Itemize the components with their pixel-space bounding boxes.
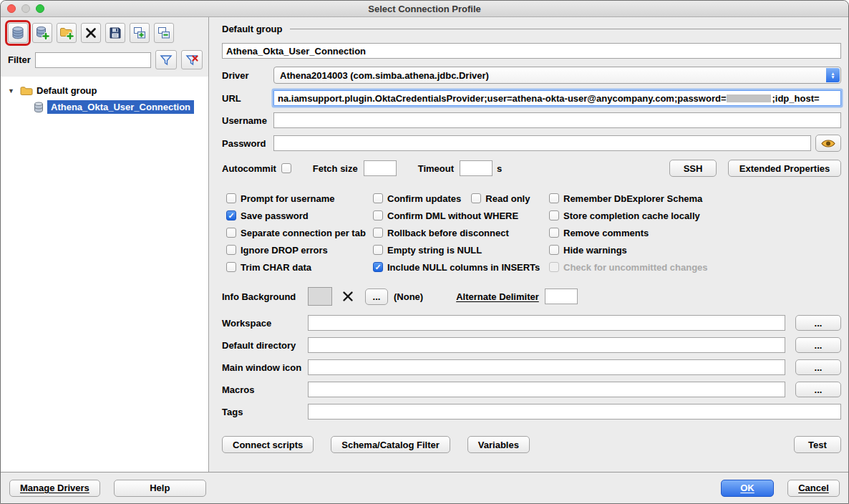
checkbox-label: Store completion cache locally	[563, 210, 700, 221]
collapse-tree-button[interactable]	[154, 23, 174, 43]
driver-row: Driver Athena2014003 (com.simba.athena.j…	[222, 67, 841, 84]
extended-properties-button[interactable]: Extended Properties	[728, 160, 841, 177]
tags-input[interactable]	[308, 404, 841, 420]
checkbox-ignore-drop-errors[interactable]: Ignore DROP errors	[226, 241, 373, 258]
checkbox-store-completion-cache-locally[interactable]: Store completion cache locally	[549, 207, 841, 224]
options-grid: Prompt for username Save password Separa…	[222, 190, 841, 276]
workspace-label: Workspace	[222, 318, 308, 329]
checkbox-prompt-for-username[interactable]: Prompt for username	[226, 190, 373, 207]
browse-macros-button[interactable]: ...	[795, 382, 841, 397]
password-input[interactable]	[273, 135, 811, 151]
new-group-button[interactable]	[57, 23, 77, 43]
checkbox-include-null-columns-in-inserts[interactable]: Include NULL columns in INSERTs	[373, 258, 549, 276]
connect-scripts-button[interactable]: Connect scripts	[222, 436, 314, 453]
copy-profile-database-icon	[35, 26, 49, 40]
ssh-button[interactable]: SSH	[669, 160, 717, 177]
filter-input[interactable]	[35, 52, 151, 68]
cancel-button[interactable]: Cancel	[787, 480, 840, 497]
minimize-window-button[interactable]	[21, 4, 30, 13]
options-column-3: Remember DbExplorer Schema Store complet…	[549, 190, 841, 276]
checkbox-trim-char-data[interactable]: Trim CHAR data	[226, 258, 373, 276]
test-button[interactable]: Test	[794, 436, 841, 453]
profile-toolbar	[1, 17, 208, 47]
clear-info-background-button[interactable]	[336, 287, 359, 306]
tree-item-connection[interactable]: Athena_Okta_User_Connection	[1, 99, 208, 115]
checkbox-check-for-uncommitted-changes: Check for uncommitted changes	[549, 258, 841, 276]
main-window-icon-input[interactable]	[308, 359, 785, 375]
disclosure-triangle-icon[interactable]: ▼	[8, 87, 16, 94]
browse-default-directory-button[interactable]: ...	[795, 337, 841, 353]
zoom-window-button[interactable]	[36, 4, 44, 13]
checkbox-box	[373, 193, 383, 203]
expand-tree-button[interactable]	[130, 23, 150, 43]
checkbox-rollback-before-disconnect[interactable]: Rollback before disconnect	[373, 224, 549, 241]
username-input[interactable]	[273, 112, 841, 128]
main-window-icon-label: Main window icon	[222, 362, 308, 373]
apply-filter-button[interactable]	[155, 50, 177, 69]
show-password-button[interactable]	[815, 135, 841, 152]
checkbox-confirm-updates[interactable]: Confirm updates	[373, 190, 461, 207]
checkbox-confirm-dml-without-where[interactable]: Confirm DML without WHERE	[373, 207, 549, 224]
help-button[interactable]: Help	[114, 480, 206, 497]
timeout-input[interactable]	[460, 160, 493, 176]
checkbox-separate-connection-per-tab[interactable]: Separate connection per tab	[226, 224, 373, 241]
manage-drivers-button[interactable]: Manage Drivers	[9, 480, 100, 497]
expand-tree-icon	[132, 26, 147, 40]
actions-row: Connect scripts Schema/Catalog Filter Va…	[222, 436, 841, 453]
checkbox-remove-comments[interactable]: Remove comments	[549, 224, 841, 241]
checkbox-box	[549, 262, 559, 272]
default-directory-input[interactable]	[308, 337, 785, 353]
password-label: Password	[222, 138, 273, 149]
checkbox-label: Empty string is NULL	[387, 245, 482, 256]
checkbox-read-only[interactable]: Read only	[471, 190, 530, 207]
new-profile-button[interactable]	[8, 23, 28, 43]
close-window-button[interactable]	[7, 4, 16, 13]
pick-info-background-button[interactable]: ...	[365, 289, 388, 305]
workspace-input[interactable]	[308, 315, 785, 331]
dialog-content: Filter ▼	[1, 17, 848, 472]
delete-profile-button[interactable]	[81, 23, 101, 43]
save-profiles-button[interactable]	[105, 23, 125, 43]
timeout-label: Timeout	[418, 163, 454, 174]
password-row: Password	[222, 135, 841, 152]
browse-workspace-button[interactable]: ...	[795, 315, 841, 331]
ok-button[interactable]: OK	[721, 480, 774, 497]
password-redaction-box	[727, 94, 771, 102]
profile-tree: ▼ Default group Athena_Okta_User_Connect…	[1, 77, 208, 472]
checkbox-label: Include NULL columns in INSERTs	[387, 262, 540, 273]
profile-name-row	[222, 43, 841, 59]
checkbox-box	[226, 210, 236, 220]
alternate-delimiter-input[interactable]	[545, 289, 578, 304]
profile-name-input[interactable]	[222, 43, 841, 59]
checkbox-empty-string-is-null[interactable]: Empty string is NULL	[373, 241, 549, 258]
checkbox-label: Ignore DROP errors	[241, 245, 328, 256]
checkbox-remember-dbexplorer-schema[interactable]: Remember DbExplorer Schema	[549, 190, 841, 207]
checkbox-box	[373, 228, 383, 238]
copy-profile-button[interactable]	[32, 23, 52, 43]
checkbox-save-password[interactable]: Save password	[226, 207, 373, 224]
tree-group-default[interactable]: ▼ Default group	[1, 82, 208, 99]
timeout-unit-label: s	[497, 163, 502, 174]
checkbox-label: Prompt for username	[241, 193, 334, 204]
checkbox-label: Save password	[241, 210, 309, 221]
checkbox-label: Hide warnings	[563, 245, 627, 256]
info-background-swatch[interactable]	[308, 287, 332, 306]
autocommit-checkbox[interactable]	[281, 163, 291, 173]
autocommit-label: Autocommit	[222, 163, 276, 174]
alternate-delimiter-label: Alternate Delimiter	[456, 291, 539, 302]
options-column-2: Confirm updates Read only Confirm DML wi…	[373, 190, 549, 276]
macros-input[interactable]	[308, 382, 785, 397]
driver-select[interactable]: Athena2014003 (com.simba.athena.jdbc.Dri…	[273, 67, 841, 84]
checkbox-box	[549, 193, 559, 203]
clear-filter-icon	[185, 54, 198, 66]
variables-button[interactable]: Variables	[467, 436, 530, 453]
schema-catalog-filter-button[interactable]: Schema/Catalog Filter	[331, 436, 450, 453]
options-row-confirm-readonly: Confirm updates Read only	[373, 190, 549, 207]
checkbox-hide-warnings[interactable]: Hide warnings	[549, 241, 841, 258]
fetch-size-input[interactable]	[364, 160, 397, 176]
browse-main-window-icon-button[interactable]: ...	[795, 359, 841, 375]
filter-label: Filter	[8, 54, 31, 65]
clear-filter-button[interactable]	[181, 50, 203, 69]
checkbox-box	[373, 262, 383, 272]
url-input[interactable]: na.iamsupport.plugin.OktaCredentialsProv…	[273, 90, 841, 106]
